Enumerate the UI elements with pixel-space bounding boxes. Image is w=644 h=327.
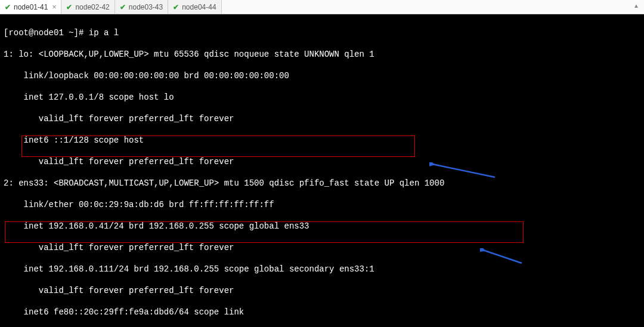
tab-label: node04-44: [182, 3, 216, 11]
output-line: inet 127.0.0.1/8 scope host lo: [4, 92, 640, 103]
output-line: valid_lft forever preferred_lft forever: [4, 285, 640, 296]
tab-node03[interactable]: ✔ node03-43: [115, 0, 168, 14]
output-line: inet 192.168.0.111/24 brd 192.168.0.255 …: [4, 264, 640, 274]
output-line: link/ether 00:0c:29:9a:db:d6 brd ff:ff:f…: [4, 199, 640, 210]
output-line: inet 192.168.0.41/24 brd 192.168.0.255 s…: [4, 221, 640, 232]
tab-label: node01-41: [14, 3, 48, 11]
output-line: inet6 ::1/128 scope host: [4, 135, 640, 146]
command-text: ip a l: [89, 28, 119, 38]
tab-node02[interactable]: ✔ node02-42: [61, 0, 114, 14]
shell-prompt: [root@node01 ~]#: [4, 28, 89, 38]
check-icon: ✔: [120, 3, 126, 11]
output-line: link/loopback 00:00:00:00:00:00 brd 00:0…: [4, 70, 640, 81]
output-line: valid_lft forever preferred_lft forever: [4, 113, 640, 124]
tab-node04[interactable]: ✔ node04-44: [168, 0, 221, 14]
tab-label: node02-42: [75, 3, 109, 11]
tab-node01[interactable]: ✔ node01-41 ×: [0, 0, 61, 14]
output-line: 2: ens33: <BROADCAST,MULTICAST,UP,LOWER_…: [4, 178, 640, 189]
output-line: valid_lft forever preferred_lft forever: [4, 156, 640, 167]
tab-label: node03-43: [129, 3, 163, 11]
tab-bar: ✔ node01-41 × ✔ node02-42 ✔ node03-43 ✔ …: [0, 0, 644, 14]
output-line: valid_lft forever preferred_lft forever: [4, 242, 640, 253]
output-line: inet6 fe80::20c:29ff:fe9a:dbd6/64 scope …: [4, 307, 640, 317]
terminal-output[interactable]: [root@node01 ~]# ip a l 1: lo: <LOOPBACK…: [0, 14, 644, 327]
output-line: 1: lo: <LOOPBACK,UP,LOWER_UP> mtu 65536 …: [4, 49, 640, 60]
scroll-up-icon[interactable]: ▲: [633, 2, 639, 9]
check-icon: ✔: [5, 3, 11, 11]
check-icon: ✔: [66, 3, 72, 11]
close-icon[interactable]: ×: [52, 3, 56, 11]
check-icon: ✔: [173, 3, 179, 11]
